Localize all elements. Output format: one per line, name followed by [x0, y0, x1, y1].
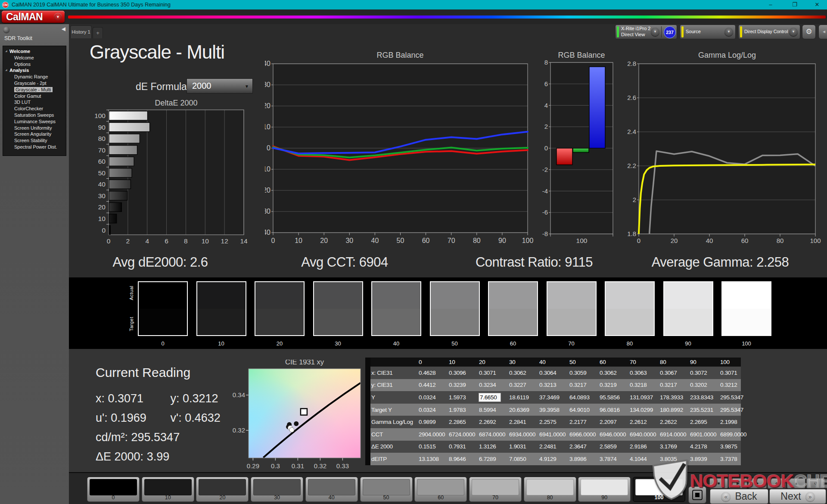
table-cell[interactable]: 4.2178: [689, 443, 719, 450]
chevron-down-icon[interactable]: ▼: [789, 28, 798, 36]
sidebar-item-colorchecker[interactable]: ColorChecker: [3, 106, 66, 112]
chevron-down-icon[interactable]: ▼: [54, 13, 62, 21]
table-cell[interactable]: 131.0937: [629, 394, 659, 401]
table-cell[interactable]: 0.0324: [418, 394, 448, 401]
level-button-70[interactable]: 70: [469, 477, 522, 502]
pattern-window-button[interactable]: [688, 486, 706, 504]
table-cell[interactable]: 1.9783: [448, 407, 478, 413]
table-cell[interactable]: 0.3239: [448, 382, 478, 388]
table-cell[interactable]: 96.0816: [599, 407, 629, 413]
meter-control-button-1[interactable]: ▶: [729, 478, 747, 488]
level-button-80[interactable]: 80: [524, 477, 576, 502]
table-cell[interactable]: 7.0850: [508, 456, 538, 462]
table-cell[interactable]: 0.3217: [659, 382, 689, 388]
table-cell[interactable]: 6946.0000: [599, 431, 629, 438]
level-button-20[interactable]: 20: [196, 477, 249, 502]
table-cell[interactable]: 233.8343: [689, 394, 719, 401]
table-cell[interactable]: 2.2865: [448, 419, 478, 425]
table-cell[interactable]: 3.8986: [569, 456, 599, 462]
table-cell[interactable]: 0.3062: [508, 370, 538, 376]
table-cell[interactable]: 0.3234: [478, 382, 508, 388]
table-cell[interactable]: 0.1515: [418, 443, 448, 450]
table-cell[interactable]: 0.3071: [478, 370, 508, 376]
sidebar-item-saturation-sweeps[interactable]: Saturation Sweeps: [3, 112, 66, 118]
table-cell[interactable]: 0.3063: [629, 370, 659, 376]
workflow-dot-icon[interactable]: [3, 27, 9, 33]
table-cell[interactable]: 3.1769: [659, 443, 689, 450]
table-cell[interactable]: 2.2481: [538, 443, 569, 450]
table-cell[interactable]: 13.1308: [418, 456, 448, 462]
table-cell[interactable]: 2.2695: [689, 419, 719, 425]
table-cell[interactable]: 0.4412: [418, 382, 448, 388]
meter-device-dropdown[interactable]: X-Rite i1Pro 2Direct View ▼ 237: [615, 25, 677, 39]
table-cell[interactable]: 3.8939: [689, 456, 719, 462]
table-cell[interactable]: 295.5347: [719, 407, 749, 413]
sidebar-item-luminance-sweeps[interactable]: Luminance Sweeps: [3, 118, 66, 125]
table-cell[interactable]: 1.5973: [448, 394, 478, 401]
table-cell[interactable]: 6941.0000: [538, 431, 569, 438]
minimize-button[interactable]: –: [763, 0, 778, 9]
meter-control-button-0[interactable]: ■: [709, 478, 728, 488]
level-button-10[interactable]: 10: [142, 477, 194, 502]
sidebar-item-screen-uniformity[interactable]: Screen Uniformity: [3, 125, 66, 131]
level-button-100[interactable]: 100: [633, 477, 685, 502]
meter-control-button-4[interactable]: ▲: [787, 478, 805, 488]
tab-add-button[interactable]: +: [93, 27, 103, 38]
table-cell[interactable]: 2904.0000: [418, 431, 448, 438]
table-cell[interactable]: 3.9875: [719, 443, 749, 450]
table-cell[interactable]: 64.0893: [569, 394, 599, 401]
table-cell[interactable]: 6874.0000: [478, 431, 508, 438]
table-cell[interactable]: 3.8035: [659, 456, 689, 462]
table-cell[interactable]: 0.7931: [448, 443, 478, 450]
table-cell[interactable]: 0.3096: [448, 370, 478, 376]
calman-menu-button[interactable]: CalMAN ▼: [2, 11, 65, 23]
source-dropdown[interactable]: Source ▼: [680, 25, 736, 39]
panel-expand-button[interactable]: ◂: [818, 25, 827, 39]
table-cell[interactable]: 95.5856: [599, 394, 629, 401]
next-button[interactable]: Next »: [769, 489, 826, 504]
table-cell[interactable]: 0.3071: [719, 370, 749, 376]
sidebar-item-grayscale-2pt[interactable]: Grayscale - 2pt: [3, 80, 66, 87]
table-cell[interactable]: 6914.0000: [659, 431, 689, 438]
sidebar-item-screen-angularity[interactable]: Screen Angularity: [3, 131, 66, 137]
sidebar-item-welcome[interactable]: Welcome: [3, 55, 66, 61]
level-button-0[interactable]: 0: [87, 477, 140, 502]
display-control-dropdown[interactable]: Direct Display Control ▼: [738, 25, 800, 39]
table-cell[interactable]: 20.6369: [508, 407, 538, 413]
level-button-50[interactable]: 50: [360, 477, 413, 502]
sidebar-item-grayscale-multi[interactable]: Grayscale - Multi: [3, 87, 66, 93]
table-cell[interactable]: 4.1044: [629, 456, 659, 462]
table-cell[interactable]: 0.3218: [629, 382, 659, 388]
sidebar-collapse-icon[interactable]: ◀: [62, 26, 65, 32]
table-cell[interactable]: 2.1998: [719, 419, 749, 425]
table-cell[interactable]: 0.3217: [569, 382, 599, 388]
table-cell[interactable]: 2.2622: [659, 419, 689, 425]
table-cell[interactable]: 4.9129: [538, 456, 569, 462]
table-cell[interactable]: 2.5859: [599, 443, 629, 450]
table-cell[interactable]: 6940.0000: [629, 431, 659, 438]
sidebar-item-analysis[interactable]: ◢Analysis: [3, 67, 66, 74]
sidebar-item-color-gamut[interactable]: Color Gamut: [3, 93, 66, 100]
de-formula-select[interactable]: 2000 ▼: [187, 78, 253, 93]
table-cell[interactable]: 0.0324: [418, 407, 448, 413]
table-cell[interactable]: 0.3064: [538, 370, 569, 376]
table-cell[interactable]: 235.5231: [689, 407, 719, 413]
table-cell[interactable]: 6.7289: [478, 456, 508, 462]
table-cell[interactable]: 8.9646: [448, 456, 478, 462]
table-cell[interactable]: 2.2575: [538, 419, 569, 425]
table-cell[interactable]: 6966.0000: [569, 431, 599, 438]
close-button[interactable]: ✕: [810, 0, 824, 9]
table-cell[interactable]: 6899.0000: [719, 431, 749, 438]
table-cell[interactable]: 0.3202: [689, 382, 719, 388]
table-cell[interactable]: 0.4628: [418, 370, 448, 376]
table-cell[interactable]: 180.8992: [659, 407, 689, 413]
settings-gear-button[interactable]: ⚙: [802, 25, 816, 39]
table-cell[interactable]: 18.6119: [508, 394, 538, 401]
tab-history-1[interactable]: History 1: [70, 25, 92, 38]
table-cell[interactable]: 0.9899: [418, 419, 448, 425]
table-cell[interactable]: 6724.0000: [448, 431, 478, 438]
table-cell[interactable]: 0.3062: [599, 370, 629, 376]
table-cell[interactable]: 1.9031: [508, 443, 538, 450]
table-cell[interactable]: 8.5994: [478, 407, 508, 413]
table-cell[interactable]: 1.3126: [478, 443, 508, 450]
